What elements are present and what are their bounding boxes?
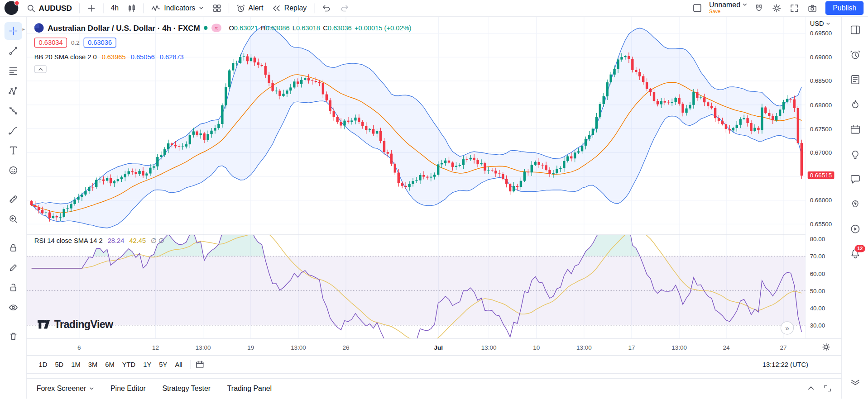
tool-prediction[interactable]: [4, 102, 22, 119]
ask-price-chip[interactable]: 0.63036: [83, 38, 116, 48]
range-1d[interactable]: 1D: [35, 359, 51, 370]
magnet-mode-button[interactable]: [751, 1, 767, 14]
zoom-in-icon: [8, 214, 18, 224]
ruler-icon: [8, 194, 18, 204]
tool-hide-all[interactable]: [4, 299, 22, 316]
range-1m[interactable]: 1M: [67, 359, 84, 370]
object-tree-button[interactable]: [849, 375, 860, 386]
range-divider: [191, 360, 191, 369]
range-5y[interactable]: 5Y: [155, 359, 171, 370]
bb-basis-value: 0.63965: [102, 53, 126, 61]
delayed-data-badge[interactable]: ≈: [211, 24, 221, 32]
layout-name-block[interactable]: Unnamed Save: [707, 1, 750, 14]
tool-measure[interactable]: [4, 190, 22, 208]
symbol-title[interactable]: Australian Dollar / U.S. Dollar · 4h · F…: [48, 24, 200, 33]
tool-unlock[interactable]: [4, 279, 22, 296]
server-clock[interactable]: 13:12:22 (UTC): [762, 361, 834, 368]
gear-icon: [772, 4, 782, 13]
tool-brush[interactable]: [4, 122, 22, 139]
range-all[interactable]: All: [171, 359, 186, 370]
tool-pattern[interactable]: [4, 82, 22, 100]
currency-label: USD: [810, 20, 824, 28]
change-value: +0.00015 (+0.02%): [355, 24, 412, 32]
tool-lock-all[interactable]: [4, 239, 22, 256]
indicators-button[interactable]: Indicators: [148, 1, 207, 14]
indicators-icon: [151, 4, 161, 13]
tab-label: Forex Screener: [37, 384, 86, 392]
price-axis-currency[interactable]: USD: [810, 20, 831, 28]
range-1y[interactable]: 1Y: [139, 359, 155, 370]
redo-button[interactable]: [336, 1, 353, 14]
bid-price-chip[interactable]: 0.63034: [34, 38, 67, 48]
streams-button[interactable]: [849, 199, 860, 209]
news-button[interactable]: [849, 74, 860, 85]
expand-panel-chevron-icon[interactable]: [807, 385, 815, 392]
chart-style-button[interactable]: [124, 1, 140, 14]
range-ytd[interactable]: YTD: [118, 359, 139, 370]
tool-expander-arrow[interactable]: ▸: [22, 27, 25, 32]
collapse-indicators-button[interactable]: [34, 65, 47, 73]
bb-legend[interactable]: BB 20 SMA close 2 0 0.63965 0.65056 0.62…: [34, 53, 412, 61]
alert-label: Alert: [249, 4, 264, 12]
scroll-to-recent-button[interactable]: »: [781, 321, 794, 334]
tool-fib-retracement[interactable]: [4, 62, 22, 80]
notification-dot: [14, 0, 19, 5]
undo-button[interactable]: [318, 1, 335, 14]
settings-button[interactable]: [768, 1, 785, 14]
rsi-legend[interactable]: RSI 14 close SMA 14 2 28.24 42.45 ∅ ∅: [34, 237, 164, 244]
hotlists-button[interactable]: [849, 99, 860, 110]
ideas-button[interactable]: [849, 149, 860, 160]
lightbulb-icon: [849, 149, 860, 160]
tool-emoji[interactable]: [4, 162, 22, 179]
replay-label: Replay: [284, 4, 307, 12]
go-to-date-icon[interactable]: [196, 360, 205, 369]
publish-button[interactable]: Publish: [825, 1, 863, 15]
tab-strategy-tester[interactable]: Strategy Tester: [162, 384, 211, 392]
tab-forex-screener[interactable]: Forex Screener: [37, 384, 94, 392]
layout-select-button[interactable]: [689, 1, 706, 14]
tab-trading-panel[interactable]: Trading Panel: [227, 384, 272, 392]
lock-icon: [8, 243, 18, 253]
idea-stream-icon: [849, 199, 860, 209]
compare-add-button[interactable]: [83, 1, 100, 14]
streams-play-button[interactable]: [849, 223, 860, 234]
chevron-up-icon: [38, 67, 43, 71]
range-5d[interactable]: 5D: [51, 359, 67, 370]
range-6m[interactable]: 6M: [101, 359, 118, 370]
save-link[interactable]: Save: [709, 8, 720, 15]
tool-remove-drawings[interactable]: [4, 328, 22, 345]
symbol-search-button[interactable]: AUDUSD: [23, 1, 76, 14]
time-axis[interactable]: 61213:001913:0026Jul13:001013:001713:002…: [27, 338, 842, 355]
candles-icon: [128, 4, 137, 13]
tool-zoom-in[interactable]: [4, 210, 22, 228]
alerts-panel-button[interactable]: [849, 49, 860, 60]
watchlist-button[interactable]: [849, 24, 860, 35]
toolbar-separator: [229, 3, 229, 13]
user-avatar[interactable]: [5, 1, 19, 15]
tool-crosshair[interactable]: [4, 22, 22, 40]
price-axis[interactable]: USD 0.695000.690000.685000.680000.675000…: [806, 17, 841, 339]
notifications-button[interactable]: 12: [849, 248, 860, 259]
low-letter: L: [293, 24, 296, 32]
watermark-text: TradingView: [54, 318, 113, 331]
tab-pine-editor[interactable]: Pine Editor: [110, 384, 146, 392]
calendar-button[interactable]: [849, 124, 860, 135]
axis-settings-gear-icon[interactable]: [822, 343, 830, 351]
fullscreen-button[interactable]: [786, 1, 803, 14]
maximize-panel-icon[interactable]: [824, 385, 831, 392]
magnet-icon: [755, 4, 764, 13]
ohlc-values: O0.63021 H0.63086 L0.63018 C0.63036 +0.0…: [229, 24, 411, 32]
grid-layout-button[interactable]: [209, 1, 225, 14]
replay-button[interactable]: Replay: [268, 1, 310, 14]
high-value: 0.63086: [266, 24, 290, 32]
alert-button[interactable]: Alert: [232, 1, 267, 14]
interval-button[interactable]: 4h: [107, 1, 123, 14]
time-tick: 12: [152, 344, 159, 351]
tool-edit[interactable]: [4, 259, 22, 276]
range-3m[interactable]: 3M: [84, 359, 101, 370]
tool-trend-line[interactable]: [4, 42, 22, 60]
rsi-tick: 80.00: [810, 236, 825, 242]
chat-button[interactable]: [849, 174, 860, 185]
tool-text[interactable]: [4, 142, 22, 159]
snapshot-button[interactable]: [804, 1, 821, 14]
